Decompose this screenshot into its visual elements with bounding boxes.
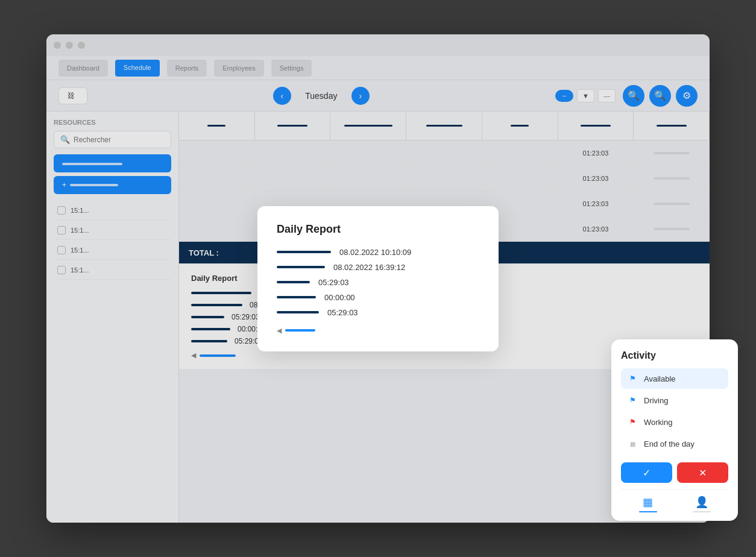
flag-end-icon: ▦ — [627, 438, 638, 449]
modal-value: 05:29:03 — [318, 278, 349, 287]
flag-working-icon: ⚑ — [627, 417, 638, 427]
modal-bar — [277, 281, 310, 283]
modal-bar — [277, 296, 316, 298]
modal-value: 05:29:03 — [327, 308, 358, 317]
activity-panel: Activity ⚑ Available ⚑ Driving ⚑ Working… — [611, 339, 738, 521]
modal-bar — [277, 311, 319, 313]
flag-available-icon: ⚑ — [627, 373, 638, 384]
modal-value: 00:00:00 — [324, 293, 355, 302]
activity-label-working: Working — [644, 418, 672, 427]
activity-cancel-button[interactable]: ✕ — [677, 462, 728, 483]
activity-buttons: ✓ ✕ — [621, 462, 728, 483]
activity-item-working[interactable]: ⚑ Working — [621, 412, 728, 432]
nav-underline — [639, 511, 657, 512]
person-icon: 👤 — [695, 496, 708, 509]
confirm-icon: ✓ — [643, 467, 650, 479]
modal-bar — [277, 266, 325, 268]
desktop: Dashboard Schedule Reports Employees Set… — [0, 0, 756, 557]
modal-rows: 08.02.2022 10:10:09 08.02.2022 16:39:12 … — [277, 248, 479, 317]
modal-scroll-track[interactable] — [285, 329, 315, 332]
modal-scroll: ◀ — [277, 327, 479, 335]
modal-scroll-left-icon: ◀ — [277, 327, 282, 335]
modal-value: 08.02.2022 10:10:09 — [339, 248, 411, 257]
modal-title: Daily Report — [277, 223, 479, 236]
activity-confirm-button[interactable]: ✓ — [621, 462, 672, 483]
nav-underline-inactive — [693, 511, 711, 512]
flag-driving-icon: ⚑ — [627, 395, 638, 406]
activity-label-available: Available — [644, 374, 676, 383]
modal-row: 08.02.2022 10:10:09 — [277, 248, 479, 257]
activity-item-end-of-day[interactable]: ▦ End of the day — [621, 433, 728, 454]
activity-item-driving[interactable]: ⚑ Driving — [621, 390, 728, 411]
modal-row: 05:29:03 — [277, 308, 479, 317]
modal-row: 00:00:00 — [277, 293, 479, 302]
cancel-icon: ✕ — [699, 467, 707, 479]
modal-row: 05:29:03 — [277, 278, 479, 287]
activity-nav-person[interactable]: 👤 — [693, 496, 711, 512]
modal-row: 08.02.2022 16:39:12 — [277, 263, 479, 272]
activity-item-available[interactable]: ⚑ Available — [621, 368, 728, 389]
activity-nav-table[interactable]: ▦ — [639, 496, 657, 512]
activity-label-end: End of the day — [644, 439, 695, 448]
activity-title: Activity — [621, 350, 728, 361]
modal-bar — [277, 251, 331, 253]
modal-overlay[interactable]: Daily Report 08.02.2022 10:10:09 08.02.2… — [46, 34, 710, 523]
main-window: Dashboard Schedule Reports Employees Set… — [46, 34, 710, 523]
activity-label-driving: Driving — [644, 396, 668, 405]
daily-report-modal: Daily Report 08.02.2022 10:10:09 08.02.2… — [257, 206, 499, 351]
modal-value: 08.02.2022 16:39:12 — [333, 263, 405, 272]
table-icon: ▦ — [643, 496, 653, 509]
activity-nav: ▦ 👤 — [621, 489, 728, 512]
